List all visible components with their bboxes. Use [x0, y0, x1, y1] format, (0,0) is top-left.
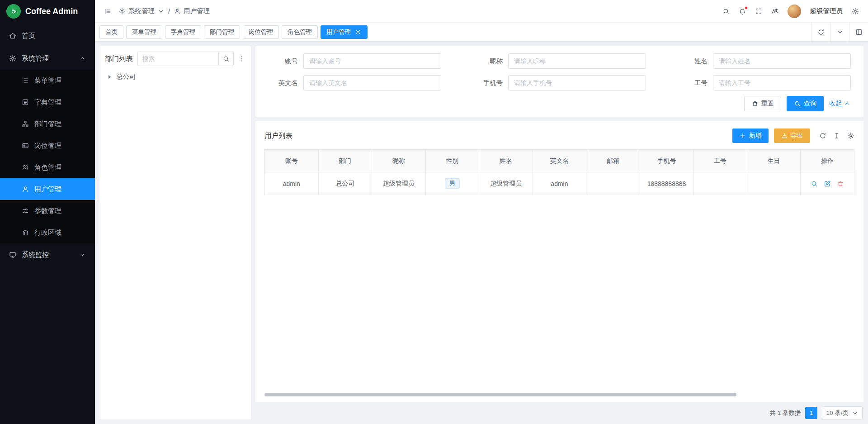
- more-options-icon[interactable]: [238, 55, 245, 62]
- refresh-icon[interactable]: [819, 132, 826, 139]
- list-icon: [22, 77, 29, 84]
- person-icon: [174, 8, 181, 15]
- horizontal-scrollbar-thumb[interactable]: [264, 393, 736, 396]
- filter-item-job-no: 工号: [678, 75, 851, 91]
- tab-dict-mgmt[interactable]: 字典管理: [165, 25, 201, 39]
- sidebar-item-dict-mgmt[interactable]: 字典管理: [0, 91, 95, 113]
- download-icon: [781, 132, 788, 139]
- tab-label: 字典管理: [171, 28, 195, 36]
- filter-item-en-name: 英文名: [268, 75, 441, 91]
- filter-item-phone: 手机号: [473, 75, 646, 91]
- column-header-job-no: 工号: [693, 150, 747, 172]
- sidebar-item-label: 首页: [22, 32, 35, 40]
- add-button[interactable]: 新增: [732, 129, 769, 143]
- nickname-field[interactable]: [508, 53, 646, 69]
- settings-gear-icon[interactable]: [852, 8, 859, 15]
- department-panel-title: 部门列表: [105, 54, 133, 64]
- sidebar-item-param-mgmt[interactable]: 参数管理: [0, 200, 95, 222]
- cell-email: [586, 172, 640, 195]
- sidebar-item-post-mgmt[interactable]: 岗位管理: [0, 135, 95, 157]
- notifications-button[interactable]: [739, 8, 746, 15]
- sidebar-item-system-monitor[interactable]: 系统监控: [0, 243, 95, 266]
- tabs-dropdown-button[interactable]: [830, 23, 849, 41]
- tabs-layout-button[interactable]: [849, 23, 868, 41]
- export-button[interactable]: 导出: [774, 129, 810, 143]
- app-root: Coffee Admin 首页 系统管理 菜单管理 字典管理: [0, 0, 868, 424]
- tab-role-mgmt[interactable]: 角色管理: [282, 25, 318, 39]
- fullscreen-icon[interactable]: [755, 8, 762, 15]
- phone-field[interactable]: [508, 75, 646, 91]
- sidebar-item-label: 角色管理: [34, 163, 61, 172]
- collapse-link[interactable]: 收起: [829, 100, 851, 108]
- current-username[interactable]: 超级管理员: [810, 7, 843, 15]
- breadcrumb-current[interactable]: 用户管理: [174, 7, 210, 15]
- edit-icon[interactable]: [824, 180, 831, 187]
- department-tree-node[interactable]: 总公司: [105, 72, 245, 81]
- breadcrumb-label: 系统管理: [128, 7, 155, 15]
- sidebar-menu: 首页 系统管理 菜单管理 字典管理 部门管理: [0, 23, 95, 424]
- sidebar-item-label: 菜单管理: [34, 76, 61, 85]
- filter-item-name: 姓名: [678, 53, 851, 69]
- search-icon: [794, 100, 801, 107]
- chevron-down-icon: [79, 251, 86, 258]
- header-actions: 超级管理员: [722, 5, 859, 18]
- sidebar-item-role-mgmt[interactable]: 角色管理: [0, 157, 95, 178]
- chevron-up-icon: [79, 55, 86, 62]
- cell-actions: [801, 172, 854, 195]
- page-size-select[interactable]: 10 条/页: [822, 406, 863, 419]
- en-name-field[interactable]: [303, 75, 441, 91]
- sidebar-item-home[interactable]: 首页: [0, 24, 95, 47]
- sidebar-item-menu-mgmt[interactable]: 菜单管理: [0, 70, 95, 91]
- tab-dept-mgmt[interactable]: 部门管理: [204, 25, 240, 39]
- filter-grid: 账号 昵称 姓名 英文名: [268, 53, 851, 91]
- horizontal-scrollbar-track: [264, 389, 854, 396]
- page-number-button[interactable]: 1: [805, 407, 817, 419]
- department-search-button[interactable]: [218, 52, 234, 66]
- chevron-down-icon: [157, 8, 165, 15]
- field-label: 工号: [678, 79, 713, 87]
- job-no-field[interactable]: [713, 75, 851, 91]
- menu-fold-icon[interactable]: [104, 8, 111, 15]
- field-label: 姓名: [678, 57, 713, 66]
- tab-home[interactable]: 首页: [99, 25, 123, 39]
- tab-label: 菜单管理: [132, 28, 156, 36]
- filter-item-account: 账号: [268, 53, 441, 69]
- breadcrumb-separator: /: [168, 8, 170, 15]
- view-icon[interactable]: [811, 180, 818, 187]
- app-logo: Coffee Admin: [0, 0, 95, 23]
- breadcrumb-system[interactable]: 系统管理: [118, 7, 165, 15]
- tab-post-mgmt[interactable]: 岗位管理: [243, 25, 279, 39]
- department-search-input[interactable]: [137, 52, 218, 66]
- cell-name: 超级管理员: [479, 172, 533, 195]
- department-panel: 部门列表 总公司: [99, 46, 251, 419]
- content-area: 部门列表 总公司 账号: [95, 42, 868, 424]
- sidebar-item-region-mgmt[interactable]: 行政区域: [0, 222, 95, 243]
- search-icon[interactable]: [722, 8, 730, 15]
- account-field[interactable]: [303, 53, 441, 69]
- name-field[interactable]: [713, 53, 851, 69]
- column-settings-gear-icon[interactable]: [847, 132, 854, 139]
- close-icon[interactable]: [354, 29, 362, 36]
- sidebar-item-dept-mgmt[interactable]: 部门管理: [0, 113, 95, 135]
- tabs-refresh-button[interactable]: [811, 23, 830, 41]
- coffee-logo-icon: [6, 4, 21, 19]
- translate-icon[interactable]: [771, 8, 778, 15]
- sidebar-item-user-mgmt[interactable]: 用户管理: [0, 178, 95, 200]
- sidebar-item-label: 部门管理: [34, 120, 61, 129]
- caret-right-icon[interactable]: [106, 73, 113, 81]
- sidebar-item-label: 参数管理: [34, 207, 61, 215]
- query-button[interactable]: 查询: [787, 96, 824, 111]
- reset-button[interactable]: 重置: [744, 96, 781, 111]
- delete-icon[interactable]: [837, 180, 844, 187]
- sidebar-item-system-mgmt[interactable]: 系统管理: [0, 47, 95, 70]
- sidebar-item-label: 字典管理: [34, 98, 61, 107]
- tab-user-mgmt[interactable]: 用户管理: [321, 25, 368, 39]
- sidebar: Coffee Admin 首页 系统管理 菜单管理 字典管理: [0, 0, 95, 424]
- tab-menu-mgmt[interactable]: 菜单管理: [126, 25, 162, 39]
- row-height-icon[interactable]: [833, 132, 840, 139]
- user-avatar[interactable]: [788, 5, 801, 18]
- column-header-en-name: 英文名: [533, 150, 586, 172]
- query-button-label: 查询: [804, 100, 816, 108]
- org-chart-icon: [22, 120, 29, 128]
- gear-icon: [118, 8, 126, 15]
